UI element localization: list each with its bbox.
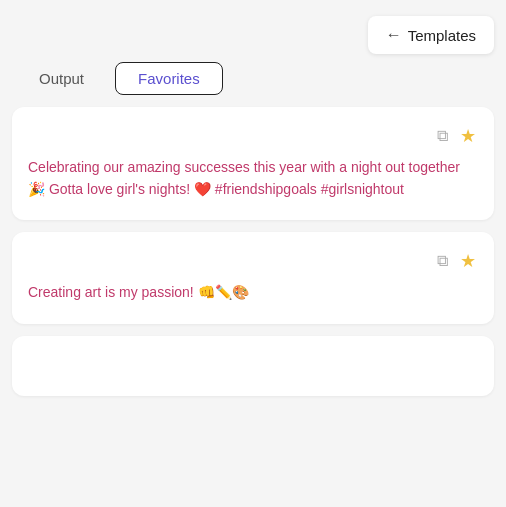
card-1: ⧉ ★ Celebrating our amazing successes th…	[12, 107, 494, 220]
copy-button-2[interactable]: ⧉	[435, 248, 450, 274]
star-button-1[interactable]: ★	[458, 123, 478, 149]
templates-label: Templates	[408, 27, 476, 44]
card-1-actions: ⧉ ★	[28, 123, 478, 149]
tab-output-label: Output	[39, 70, 84, 87]
tab-favorites[interactable]: Favorites	[115, 62, 223, 95]
header: ← Templates	[0, 0, 506, 62]
star-filled-icon-2: ★	[460, 250, 476, 272]
templates-button[interactable]: ← Templates	[368, 16, 494, 54]
tabs-bar: Output Favorites	[0, 62, 506, 107]
copy-icon-2: ⧉	[437, 252, 448, 270]
tab-favorites-label: Favorites	[138, 70, 200, 87]
star-filled-icon-1: ★	[460, 125, 476, 147]
copy-icon-1: ⧉	[437, 127, 448, 145]
card-2-text: Creating art is my passion! 👊✏️🎨	[28, 282, 478, 304]
card-1-text: Celebrating our amazing successes this y…	[28, 157, 478, 200]
card-2-actions: ⧉ ★	[28, 248, 478, 274]
tab-output[interactable]: Output	[16, 62, 107, 95]
arrow-left-icon: ←	[386, 26, 402, 44]
card-2: ⧉ ★ Creating art is my passion! 👊✏️🎨	[12, 232, 494, 324]
star-button-2[interactable]: ★	[458, 248, 478, 274]
card-3	[12, 336, 494, 396]
copy-button-1[interactable]: ⧉	[435, 123, 450, 149]
content-area: ⧉ ★ Celebrating our amazing successes th…	[0, 107, 506, 396]
